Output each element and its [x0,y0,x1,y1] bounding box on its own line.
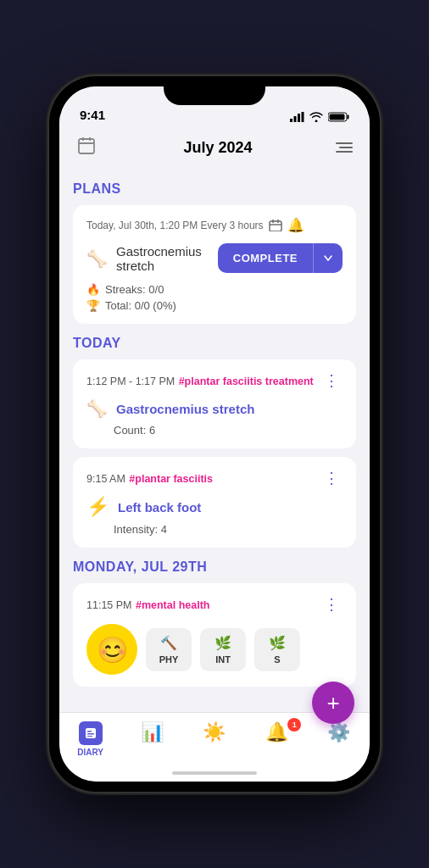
small-calendar-icon [269,220,282,231]
monday-header: 11:15 PM #mental health ⋮ [86,595,343,614]
int-tag-btn[interactable]: 🌿 INT [200,628,246,671]
plans-section-title: PLANS [73,181,356,197]
today-section-title: TODAY [73,336,356,351]
diary-icon-box [79,721,103,745]
complete-btn-group: COMPLETE [218,243,343,273]
svg-rect-2 [298,114,300,122]
nav-item-diary[interactable]: DIARY [70,721,112,757]
monday-time-tag: 11:15 PM #mental health [86,597,210,612]
phy-tag-btn[interactable]: 🔨 PHY [146,628,192,671]
plan-row: 🦴 Gastrocnemius stretch COMPLETE [86,243,343,273]
trophy-icon: 🏆 [86,299,100,312]
nav-item-insights[interactable]: ☀️ [193,721,236,746]
bell-nav-icon: 🔔 [265,721,288,743]
more-options-2[interactable]: ⋮ [320,469,343,487]
fire-icon: 🔥 [86,283,100,296]
status-time: 9:41 [80,108,105,122]
svg-rect-16 [87,731,92,732]
card-header-1: 1:12 PM - 1:17 PM #plantar fasciitis tre… [86,371,343,390]
svg-rect-7 [79,139,94,153]
nav-item-notifications[interactable]: 🔔 1 [255,721,298,746]
chevron-down-icon [324,255,332,262]
today-card-2: 9:15 AM #plantar fasciitis ⋮ ⚡ Left back… [73,457,356,548]
signal-icon [290,112,304,122]
today-card-1: 1:12 PM - 1:17 PM #plantar fasciitis tre… [73,359,356,448]
svg-rect-11 [270,221,281,231]
int-icon: 🌿 [214,635,231,651]
bell-icon: 🔔 [287,217,304,233]
nav-item-settings[interactable]: ⚙️ [317,721,359,746]
home-indicator [172,771,257,775]
s-tag-btn[interactable]: 🌿 S [254,628,300,671]
app-header: July 2024 [59,129,370,170]
phy-icon: 🔨 [160,635,177,651]
more-options-1[interactable]: ⋮ [320,371,343,390]
svg-rect-3 [302,112,304,122]
complete-button[interactable]: COMPLETE [218,243,313,273]
menu-icon[interactable] [336,142,353,153]
plan-stats: 🔥 Streaks: 0/0 🏆 Total: 0/0 (0%) [86,283,343,312]
card-time-1: 1:12 PM - 1:17 PM #plantar fasciitis tre… [86,373,314,388]
complete-chevron-button[interactable] [313,243,343,273]
dumbbell-icon-1: 🦴 [86,398,108,419]
plans-card: Today, Jul 30th, 1:20 PM Every 3 hours 🔔… [73,205,356,324]
settings-icon: ⚙️ [327,721,350,743]
svg-rect-6 [330,114,345,120]
streaks-stat: 🔥 Streaks: 0/0 [86,283,343,296]
diary-icon [85,727,97,739]
stats-icon: 📊 [141,721,164,743]
mood-row: 😊 🔨 PHY 🌿 INT 🌿 S [86,624,343,675]
exercise-detail-1: Count: 6 [114,424,343,437]
fab-add-button[interactable]: + [312,682,354,724]
total-stat: 🏆 Total: 0/0 (0%) [86,299,343,312]
mood-emoji: 😊 [86,624,137,675]
battery-icon [328,112,349,122]
plans-date: Today, Jul 30th, 1:20 PM Every 3 hours 🔔 [86,217,343,233]
svg-rect-0 [290,119,292,122]
svg-rect-18 [87,736,92,737]
s-icon: 🌿 [269,635,286,651]
nav-item-stats[interactable]: 📊 [131,721,174,746]
notification-badge: 1 [287,718,301,732]
monday-card: 11:15 PM #mental health ⋮ 😊 🔨 PHY [73,583,356,687]
svg-rect-1 [294,116,297,122]
monday-section-title: MONDAY, JUL 29TH [73,559,356,575]
nav-label-diary: DIARY [77,748,103,757]
exercise-detail-2: Intensity: 4 [114,523,343,536]
plan-dumbbell-icon: 🦴 [86,248,108,269]
plan-info: 🦴 Gastrocnemius stretch [86,244,209,273]
card-exercise-1: 🦴 Gastrocnemius stretch [86,398,343,419]
exercise-name-1: Gastrocnemius stretch [116,402,254,416]
bolt-icon-2: ⚡ [86,496,109,518]
svg-rect-5 [348,115,349,120]
notch [164,76,265,105]
phone-frame: 9:41 [49,76,380,792]
wifi-icon [309,112,323,122]
card-exercise-2: ⚡ Left back foot [86,496,343,518]
plan-name: Gastrocnemius stretch [116,244,209,273]
insights-icon: ☀️ [203,721,226,743]
phone-screen: 9:41 [59,86,370,782]
exercise-name-2: Left back foot [118,500,201,515]
card-time-2: 9:15 AM #plantar fasciitis [86,470,213,486]
status-icons [290,112,349,122]
page-title: July 2024 [183,139,252,157]
more-options-monday[interactable]: ⋮ [320,595,343,614]
calendar-icon[interactable] [76,136,100,159]
svg-rect-17 [87,733,94,735]
card-header-2: 9:15 AM #plantar fasciitis ⋮ [86,469,343,487]
